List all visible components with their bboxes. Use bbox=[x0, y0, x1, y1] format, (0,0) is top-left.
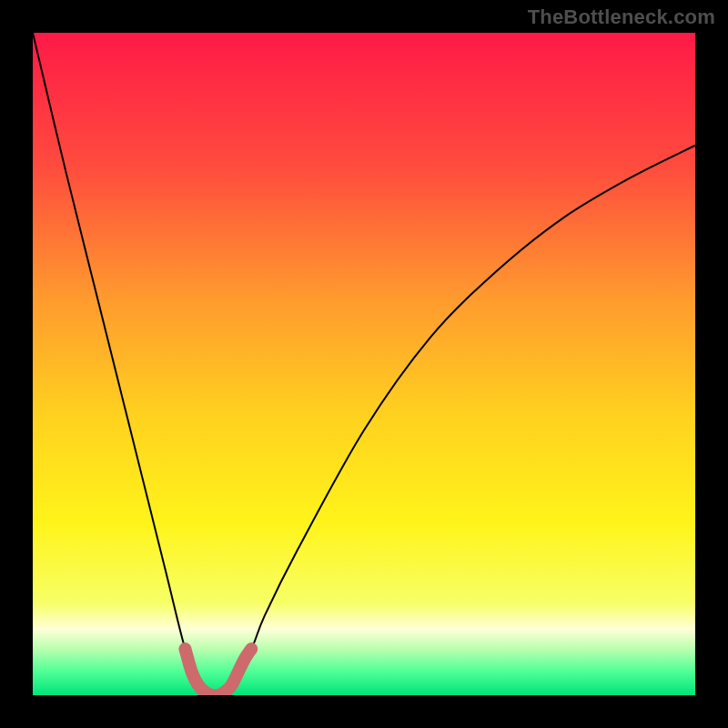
plot-area bbox=[33, 33, 695, 695]
bottleneck-chart bbox=[33, 33, 695, 695]
watermark-text: TheBottleneck.com bbox=[528, 5, 715, 29]
gradient-background bbox=[33, 33, 695, 695]
chart-frame: TheBottleneck.com bbox=[0, 0, 728, 728]
